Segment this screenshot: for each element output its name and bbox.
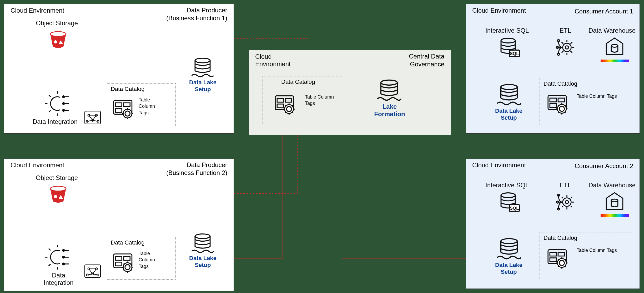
data-catalog-icon (112, 98, 134, 119)
catalog-title: Data Catalog (281, 79, 315, 85)
catalog-title: Data Catalog (544, 235, 577, 241)
data-warehouse-icon (603, 35, 626, 57)
warehouse-label: Data Warehouse (588, 27, 636, 34)
consumer2-catalog-box: Data Catalog Table Column Tags (540, 232, 632, 279)
data-catalog-icon (112, 252, 134, 273)
sql-label: Interactive SQL (485, 27, 529, 34)
data-integration-icon (45, 245, 70, 270)
lake-formation-icon (376, 79, 402, 101)
storage-bucket-icon (48, 184, 69, 205)
consumer2-panel: Cloud Environment Consumer Account 2 Int… (466, 159, 640, 289)
lake-label: Data Lake Setup (186, 255, 220, 268)
central-env-header: Cloud Environment (255, 53, 291, 68)
catalog-title: Data Catalog (111, 239, 144, 246)
network-icon (84, 110, 102, 125)
producer2-env-header: Cloud Environment (11, 162, 64, 169)
producer2-catalog-box: Data Catalog Table Column Tags (107, 237, 176, 280)
lake-label: Data Lake Setup (492, 108, 526, 121)
interactive-sql-icon (497, 192, 521, 213)
catalog-items: Table Column Tags (139, 97, 155, 116)
storage-label: Object Storage (36, 19, 78, 27)
consumer1-env-header: Cloud Environment (472, 7, 526, 14)
producer2-panel: Cloud Environment Data Producer (Busines… (4, 159, 234, 291)
integration-label: Data Integration (44, 272, 73, 286)
data-catalog-icon (546, 94, 569, 115)
storage-bucket-icon (48, 29, 69, 50)
lake-label: Data Lake Setup (492, 262, 526, 275)
etl-label: ETL (560, 27, 571, 34)
etl-label: ETL (560, 182, 571, 189)
data-lake-icon (191, 57, 214, 78)
central-title: Central Data Governance (409, 52, 444, 68)
integration-label: Data Integration (33, 118, 78, 125)
warehouse-label: Data Warehouse (588, 182, 636, 189)
catalog-items: Table Column Tags (305, 94, 342, 107)
data-lake-icon (191, 233, 214, 254)
network-icon (84, 264, 102, 279)
catalog-title: Data Catalog (111, 86, 144, 92)
data-integration-icon (45, 91, 70, 116)
consumer1-title: Consumer Account 1 (575, 7, 633, 15)
spectrum-bar-icon (601, 214, 629, 217)
lake-label: Data Lake Setup (186, 79, 220, 93)
lake-formation-label: Lake Formation (370, 103, 409, 118)
storage-label: Object Storage (36, 174, 78, 182)
sql-label: Interactive SQL (485, 182, 529, 189)
data-catalog-icon (546, 248, 569, 269)
producer1-catalog-box: Data Catalog Table Column Tags (107, 83, 176, 126)
consumer2-title: Consumer Account 2 (575, 162, 633, 170)
central-catalog-box: Data Catalog Table Column Tags (263, 76, 342, 124)
central-panel: Cloud Environment Central Data Governanc… (249, 50, 451, 135)
consumer1-catalog-box: Data Catalog Table Column Tags (540, 78, 632, 125)
data-catalog-icon (273, 94, 296, 115)
producer1-env-header: Cloud Environment (11, 7, 64, 14)
data-lake-icon (496, 83, 522, 106)
consumer1-panel: Cloud Environment Consumer Account 1 Int… (466, 4, 640, 134)
spectrum-bar-icon (601, 60, 629, 62)
producer1-title: Data Producer (Business Function 1) (166, 6, 227, 22)
data-warehouse-icon (603, 190, 626, 212)
catalog-title: Data Catalog (544, 80, 577, 87)
data-lake-icon (496, 237, 522, 260)
etl-icon (554, 37, 577, 58)
interactive-sql-icon (497, 37, 521, 58)
producer2-title: Data Producer (Business Function 2) (166, 161, 227, 177)
etl-icon (554, 192, 577, 213)
consumer2-env-header: Cloud Environment (472, 162, 526, 169)
catalog-items: Table Column Tags (139, 250, 155, 270)
catalog-items: Table Column Tags (577, 93, 617, 99)
catalog-items: Table Column Tags (577, 247, 617, 253)
producer1-panel: Cloud Environment Data Producer (Busines… (4, 4, 234, 134)
